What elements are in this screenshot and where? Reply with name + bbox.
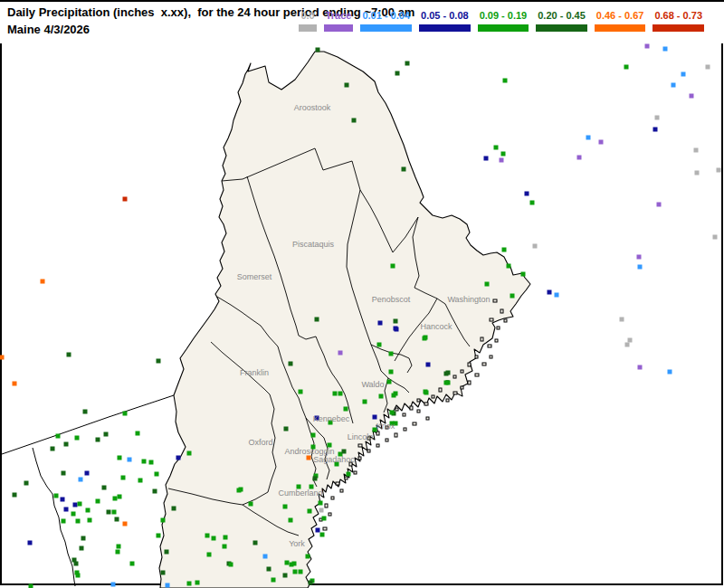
station-dot xyxy=(118,495,122,499)
station-dot xyxy=(96,438,100,442)
station-dot xyxy=(85,471,90,476)
island-speck xyxy=(446,399,449,402)
island-speck xyxy=(329,513,331,516)
station-dot xyxy=(322,517,327,521)
island-speck xyxy=(410,406,413,410)
station-dot xyxy=(638,365,643,370)
station-dot xyxy=(76,519,81,524)
station-dot xyxy=(405,62,410,66)
station-dot xyxy=(102,486,107,490)
station-dot xyxy=(423,337,427,341)
station-dot xyxy=(387,380,392,384)
station-dot xyxy=(345,83,349,88)
station-dot xyxy=(67,353,71,357)
station-dot xyxy=(672,83,676,88)
station-dot xyxy=(389,352,394,356)
station-dot xyxy=(706,65,710,70)
station-dot xyxy=(267,567,272,572)
station-dot xyxy=(283,574,288,578)
county-label-oxford: Oxford xyxy=(248,438,272,447)
island-speck xyxy=(461,386,463,389)
station-dot xyxy=(628,338,633,343)
station-dot xyxy=(521,272,526,277)
legend-label: 0.46 - 0.67 xyxy=(595,10,646,23)
station-dot xyxy=(285,561,290,565)
station-dot xyxy=(153,489,157,494)
station-dot xyxy=(694,148,699,153)
station-dot xyxy=(56,434,61,439)
station-dot xyxy=(625,343,630,347)
station-dot xyxy=(229,563,233,567)
island-speck xyxy=(495,339,498,342)
island-speck xyxy=(426,417,429,420)
station-dot xyxy=(299,390,303,394)
county-label-sagadahoc: Sagadahoc xyxy=(313,455,355,464)
station-dot xyxy=(402,167,406,172)
island-speck xyxy=(417,410,420,413)
legend-swatch xyxy=(536,24,587,32)
station-dot xyxy=(315,318,319,322)
legend-swatch xyxy=(419,24,471,32)
station-dot xyxy=(319,501,323,506)
station-dot xyxy=(128,458,132,462)
station-dot xyxy=(81,536,86,541)
station-dot xyxy=(41,280,45,284)
station-dot xyxy=(83,410,88,414)
island-speck xyxy=(488,345,491,347)
station-dot xyxy=(292,562,297,566)
legend-item-2: 0.01 - 0.04 xyxy=(360,10,412,32)
station-dot xyxy=(118,456,122,460)
station-dot xyxy=(149,460,154,465)
station-dot xyxy=(54,494,59,498)
station-dot xyxy=(71,512,76,517)
island-speck xyxy=(376,444,379,447)
station-dot xyxy=(136,432,140,436)
station-dot xyxy=(500,158,504,163)
island-speck xyxy=(481,337,483,341)
island-speck xyxy=(453,392,457,394)
island-speck xyxy=(461,370,463,373)
county-label-waldo: Waldo xyxy=(361,380,384,389)
station-dot xyxy=(104,432,109,437)
station-dot xyxy=(391,264,395,269)
station-dot xyxy=(161,518,166,523)
station-dot xyxy=(123,522,128,526)
station-dot xyxy=(503,79,508,83)
station-dot xyxy=(352,119,357,123)
station-dot xyxy=(690,94,694,99)
legend-label: 0.05 - 0.08 xyxy=(419,10,471,23)
county-label-lincoln: Lincoln xyxy=(348,432,374,441)
county-label-kennebec: Kennebec xyxy=(313,414,350,423)
station-dot xyxy=(645,44,650,49)
station-dot xyxy=(311,433,316,438)
station-dot xyxy=(394,327,398,331)
station-dot xyxy=(653,128,658,132)
station-dot xyxy=(187,451,192,456)
station-dot xyxy=(426,363,431,367)
island-speck xyxy=(432,395,434,398)
station-dot xyxy=(502,248,507,252)
station-dot xyxy=(637,255,642,260)
station-dot xyxy=(187,582,192,586)
station-dot xyxy=(501,152,506,156)
county-label-knox: Knox xyxy=(376,422,395,431)
station-dot xyxy=(51,447,55,451)
island-speck xyxy=(395,433,397,437)
station-dot xyxy=(96,499,100,504)
island-speck xyxy=(475,356,478,358)
map-subtitle-date: Maine 4/3/2026 xyxy=(7,23,90,36)
legend-swatch xyxy=(324,24,354,32)
island-speck xyxy=(490,356,492,358)
island-speck xyxy=(493,299,497,302)
station-dot xyxy=(75,436,80,441)
station-dot xyxy=(485,282,490,287)
station-dot xyxy=(62,471,66,476)
station-dot xyxy=(342,450,347,454)
county-label-penobscot: Penobscot xyxy=(372,295,411,304)
station-dot xyxy=(320,533,325,537)
station-dot xyxy=(130,562,135,566)
station-dot xyxy=(510,294,515,299)
legend-swatch xyxy=(595,24,646,32)
island-speck xyxy=(500,309,503,313)
header-bar: Daily Precipitation (inches x.xx), for t… xyxy=(0,0,724,43)
